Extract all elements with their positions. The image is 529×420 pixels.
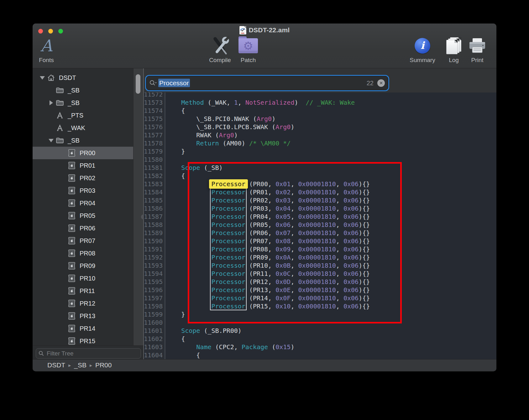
tree-item-PR07[interactable]: PR07 [33, 234, 133, 247]
tree-item-PR03[interactable]: PR03 [33, 184, 133, 197]
disclosure-down-icon[interactable] [40, 76, 45, 80]
line-number: 11576 [144, 123, 165, 131]
tree-item-_SB[interactable]: _SB [33, 97, 133, 109]
tree-item-label: PR00 [80, 150, 95, 157]
tree-item-PR15[interactable]: PR15 [33, 335, 133, 345]
line-number: 11573 [144, 98, 165, 107]
tree-item-label: PR04 [80, 200, 95, 207]
line-number: 11598 [144, 302, 165, 310]
filter-tree-input[interactable] [46, 350, 138, 357]
filter-row [33, 345, 144, 359]
tree-item-label: PR09 [80, 262, 95, 270]
tree-item-PR13[interactable]: PR13 [33, 310, 133, 322]
device-icon [66, 149, 77, 157]
tree-item-_PTS[interactable]: _PTS [33, 109, 133, 122]
tree-item-PR10[interactable]: PR10 [33, 272, 133, 285]
device-icon [66, 262, 77, 270]
line-number: 11599 [144, 310, 165, 318]
tree-item-label: PR15 [80, 338, 95, 345]
line-number: 11585 [144, 196, 165, 204]
line-number: 11588 [144, 221, 165, 229]
tree-item-PR02[interactable]: PR02 [33, 172, 133, 184]
maciasl-window: AML DSDT-22.aml AFonts Compile ⚙ Patch i… [33, 24, 496, 371]
tree-item-PR12[interactable]: PR12 [33, 297, 133, 310]
tree-item-_SB[interactable]: _SB [33, 134, 133, 147]
breadcrumb-item-DSDT[interactable]: DSDT [47, 361, 65, 369]
line-number: 11592 [144, 253, 165, 261]
tree-item-_WAK[interactable]: _WAK [33, 122, 133, 134]
tree-item-PR00[interactable]: PR00 [33, 147, 133, 159]
tree-item-PR08[interactable]: PR08 [33, 247, 133, 260]
code-line: 11577 RWAK (Arg0) [144, 131, 496, 139]
device-icon [66, 212, 77, 219]
breadcrumb-separator-icon: ▸ [90, 362, 92, 368]
device-icon [66, 249, 77, 257]
clear-search-icon[interactable]: ✕ [377, 79, 385, 87]
tree-item-label: PR13 [80, 312, 95, 320]
line-number: 11574 [144, 107, 165, 115]
sidebar-scrollbar-thumb[interactable] [136, 74, 140, 94]
line-number: 11582 [144, 172, 165, 180]
breadcrumb-separator-icon: ▸ [68, 362, 71, 368]
method-icon [55, 124, 65, 131]
tree-item-PR04[interactable]: PR04 [33, 197, 133, 209]
search-menu-icon[interactable] [149, 80, 157, 87]
device-icon [66, 224, 77, 232]
tree-item-PR09[interactable]: PR09 [33, 260, 133, 272]
code-line: 11578 Return (AM00) /* \AM00 */ [144, 139, 496, 147]
tree-item-label: _PTS [68, 112, 83, 119]
toolbar-item-fonts[interactable]: AFonts [33, 36, 70, 64]
code-line: 11576 \_SB.PCI0.LPCB.SWAK (Arg0) [144, 123, 496, 131]
line-number: 11575 [144, 115, 165, 123]
line-number: 11583 [144, 180, 165, 188]
disclosure-down-icon[interactable] [49, 139, 54, 142]
sidebar: DSDT _SB _SB _PTS _WAK _SB PR00 PR01 [33, 68, 144, 359]
code-line: 11601 Scope (_SB.PR00) [144, 327, 496, 335]
device-icon [66, 337, 77, 345]
tree-item-label: PR02 [80, 175, 95, 182]
device-icon [66, 174, 77, 182]
line-number: 11604 [144, 351, 165, 359]
code-line: 11575 \_SB.PCI0.NWAK (Arg0) [144, 115, 496, 123]
tree-item-PR06[interactable]: PR06 [33, 222, 133, 234]
sidebar-scrollbar-track[interactable] [133, 68, 143, 345]
tree-item-_SB[interactable]: _SB [33, 84, 133, 97]
window-chrome: AML DSDT-22.aml AFonts Compile ⚙ Patch i… [33, 24, 496, 68]
filter-field[interactable] [36, 348, 141, 359]
tree-item-PR11[interactable]: PR11 [33, 285, 133, 297]
toolbar-item-print[interactable]: Print [454, 36, 496, 64]
disclosure-right-icon[interactable] [50, 100, 53, 105]
device-icon [66, 187, 77, 194]
code-line: 11604 { [144, 351, 496, 359]
toolbar-item-label: Fonts [33, 57, 70, 64]
house-icon [46, 74, 56, 81]
device-icon [66, 325, 77, 332]
code-editor[interactable]: 1157211573 Method (_WAK, 1, NotSerialize… [144, 92, 496, 359]
toolbar-item-patch[interactable]: ⚙ Patch [225, 36, 272, 64]
tree-item-label: _SB [68, 99, 80, 107]
match-count: 22 [367, 80, 374, 87]
code-line: 11572 [144, 92, 496, 98]
folder-icon [55, 100, 65, 106]
toolbar-item-label: Print [454, 57, 496, 64]
line-number: 11572 [144, 92, 165, 98]
device-icon [66, 275, 77, 282]
status-bar: DSDT▸_SB▸PR00 [33, 359, 496, 371]
patch-icon: ⚙ [225, 36, 272, 55]
search-input[interactable]: Processor 22 ✕ [146, 76, 388, 90]
line-number: 11602 [144, 335, 165, 343]
line-number: 11601 [144, 327, 165, 335]
code-line: 11603 Name (CPC2, Package (0x15) [144, 343, 496, 351]
search-icon [39, 351, 44, 356]
tree-item-PR14[interactable]: PR14 [33, 322, 133, 335]
tree-item-label: PR14 [80, 325, 95, 332]
dsdt-tree: DSDT _SB _SB _PTS _WAK _SB PR00 PR01 [33, 71, 133, 345]
tree-item-DSDT[interactable]: DSDT [33, 71, 133, 84]
line-number: 11579 [144, 147, 165, 155]
breadcrumb-item-PR00[interactable]: PR00 [95, 361, 112, 369]
tree-item-PR05[interactable]: PR05 [33, 209, 133, 222]
document-proxy-icon[interactable]: AML [239, 26, 246, 34]
tree-item-PR01[interactable]: PR01 [33, 159, 133, 172]
breadcrumb-item-_SB[interactable]: _SB [74, 361, 86, 369]
device-icon [66, 199, 77, 207]
